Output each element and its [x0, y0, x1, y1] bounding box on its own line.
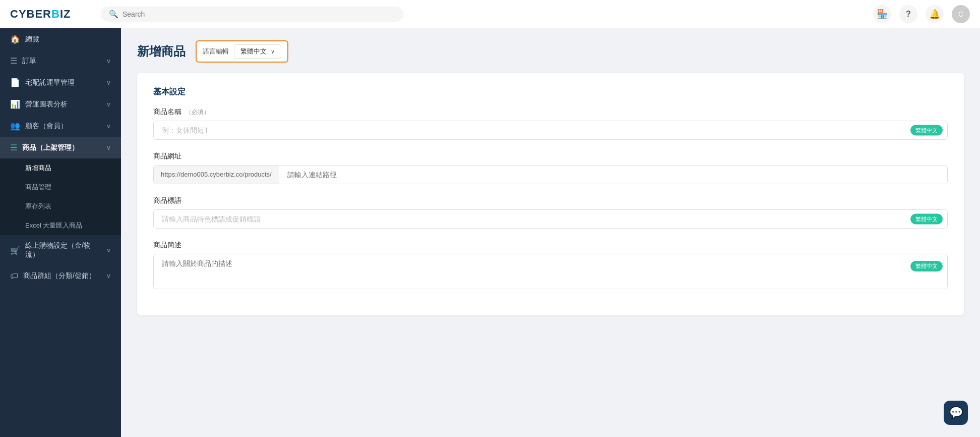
search-icon: 🔍	[109, 10, 118, 19]
field-label-product-name: 商品名稱 （必填）	[153, 107, 948, 117]
section-title: 基本設定	[153, 87, 948, 97]
sidebar-item-label: 顧客（會員）	[25, 122, 68, 131]
sidebar-item-customers[interactable]: 👥 顧客（會員） ∨	[0, 115, 121, 137]
lang-select-dropdown[interactable]: 繁體中文 ∨	[234, 44, 281, 59]
customers-icon: 👥	[10, 121, 20, 131]
product-description-lang-badge: 繁體中文	[910, 261, 943, 271]
chevron-icon: ∨	[106, 272, 111, 280]
sidebar-item-products[interactable]: ☰ 商品（上架管理） ∨	[0, 137, 121, 158]
chevron-down-icon: ∨	[271, 48, 275, 55]
store-icon-btn[interactable]: 🏪	[873, 5, 891, 23]
field-label-product-description: 商品簡述	[153, 241, 948, 250]
sidebar-item-analytics[interactable]: 📊 營運圖表分析 ∨	[0, 93, 121, 115]
product-slogan-lang-badge: 繁體中文	[910, 214, 943, 225]
url-prefix: https://demo005.cyberbiz.co/products/	[154, 166, 279, 184]
sidebar-item-label: 訂單	[22, 57, 36, 66]
store-icon: 🏪	[877, 9, 888, 20]
field-group-product-name: 商品名稱 （必填） 繁體中文	[153, 107, 948, 140]
page-title-row: 新增商品 語言編輯 繁體中文 ∨	[137, 40, 964, 63]
sidebar-item-dashboard[interactable]: 🏠 總覽	[0, 28, 121, 50]
sidebar-item-label: 總覽	[25, 35, 39, 44]
chevron-icon: ∨	[106, 101, 111, 108]
product-url-input[interactable]	[279, 166, 947, 184]
search-input[interactable]	[122, 10, 395, 18]
sidebar-item-label: 營運圖表分析	[25, 100, 68, 109]
sidebar-sub-item-product-management[interactable]: 商品管理	[0, 178, 121, 197]
bell-icon: 🔔	[929, 9, 940, 20]
sidebar-sub-item-add-product[interactable]: 新增商品	[0, 158, 121, 178]
sidebar-item-online-settings[interactable]: 🛒 線上購物設定（金/物流） ∨	[0, 235, 121, 265]
sidebar-item-orders[interactable]: ☰ 訂單 ∨	[0, 50, 121, 72]
chat-icon: 💬	[949, 406, 963, 419]
sidebar-item-label: 線上購物設定（金/物流）	[25, 241, 101, 259]
lang-selector-box[interactable]: 語言編輯 繁體中文 ∨	[196, 40, 288, 63]
header: CYBERBIZ 🔍 🏪 ? 🔔 C	[0, 0, 980, 28]
cart-icon: 🛒	[10, 246, 20, 255]
help-icon-btn[interactable]: ?	[899, 5, 917, 23]
chat-bubble[interactable]: 💬	[944, 401, 968, 425]
product-name-lang-badge: 繁體中文	[910, 125, 943, 136]
field-label-product-url: 商品網址	[153, 152, 948, 161]
chevron-icon: ∨	[106, 144, 111, 151]
chevron-icon: ∨	[106, 58, 111, 65]
logo: CYBERBIZ	[10, 8, 91, 21]
product-description-input[interactable]	[153, 254, 948, 289]
field-group-product-url: 商品網址 https://demo005.cyberbiz.co/product…	[153, 152, 948, 184]
chevron-icon: ∨	[106, 247, 111, 254]
delivery-icon: 📄	[10, 78, 20, 87]
product-slogan-input-wrapper: 繁體中文	[153, 209, 948, 229]
sidebar-item-label: 宅配託運單管理	[25, 78, 75, 87]
orders-icon: ☰	[10, 56, 17, 66]
field-group-product-slogan: 商品標語 繁體中文	[153, 196, 948, 229]
sidebar-sub-item-excel-import[interactable]: Excel 大量匯入商品	[0, 216, 121, 235]
required-indicator: （必填）	[186, 108, 210, 116]
products-submenu: 新增商品 商品管理 庫存列表 Excel 大量匯入商品	[0, 158, 121, 235]
sidebar-sub-item-inventory[interactable]: 庫存列表	[0, 197, 121, 216]
field-label-product-slogan: 商品標語	[153, 196, 948, 205]
layout: 🏠 總覽 ☰ 訂單 ∨ 📄 宅配託運單管理 ∨ 📊 營運圖表分析 ∨ 👥 顧客（…	[0, 28, 980, 437]
analytics-icon: 📊	[10, 99, 20, 109]
sidebar-item-label: 商品群組（分類/促銷）	[23, 271, 96, 281]
product-description-input-wrapper: 繁體中文	[153, 254, 948, 289]
sidebar: 🏠 總覽 ☰ 訂單 ∨ 📄 宅配託運單管理 ∨ 📊 營運圖表分析 ∨ 👥 顧客（…	[0, 28, 121, 437]
bell-icon-btn[interactable]: 🔔	[926, 5, 944, 23]
help-icon: ?	[906, 10, 911, 19]
product-name-input-wrapper: 繁體中文	[153, 121, 948, 140]
lang-edit-label: 語言編輯	[203, 47, 229, 56]
content-card: 基本設定 商品名稱 （必填） 繁體中文 商品網址 https://demo005…	[137, 73, 964, 315]
search-bar[interactable]: 🔍	[101, 7, 403, 22]
chevron-icon: ∨	[106, 79, 111, 86]
product-slogan-input[interactable]	[153, 209, 948, 229]
header-icons: 🏪 ? 🔔 C	[873, 5, 970, 23]
product-url-wrapper: https://demo005.cyberbiz.co/products/	[153, 165, 948, 184]
avatar[interactable]: C	[952, 5, 970, 23]
lang-select-value: 繁體中文	[240, 47, 267, 56]
products-icon: ☰	[10, 143, 17, 152]
home-icon: 🏠	[10, 34, 20, 44]
avatar-letter: C	[958, 10, 963, 18]
sidebar-item-label: 商品（上架管理）	[22, 143, 79, 152]
page-title: 新增商品	[137, 43, 186, 60]
field-group-product-description: 商品簡述 繁體中文	[153, 241, 948, 289]
tag-icon: 🏷	[10, 271, 18, 281]
chevron-icon: ∨	[106, 123, 111, 130]
sidebar-item-delivery[interactable]: 📄 宅配託運單管理 ∨	[0, 72, 121, 93]
sidebar-item-promotions[interactable]: 🏷 商品群組（分類/促銷） ∨	[0, 265, 121, 287]
product-name-input[interactable]	[153, 121, 948, 140]
main-content: 新增商品 語言編輯 繁體中文 ∨ 基本設定 商品名稱 （必填） 繁體中	[121, 28, 980, 437]
